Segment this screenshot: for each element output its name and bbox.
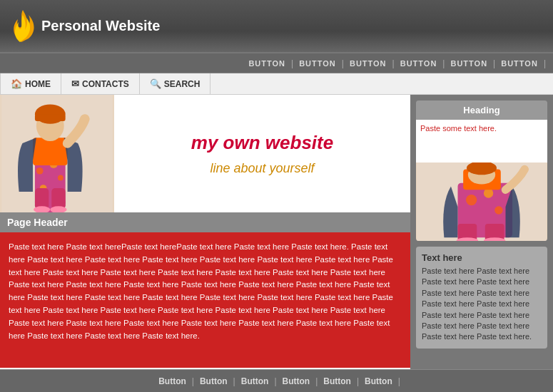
top-nav-btn-4[interactable]: BUTTON bbox=[395, 59, 443, 68]
top-nav-btn-3[interactable]: BUTTON bbox=[344, 59, 392, 68]
svg-point-5 bbox=[58, 175, 64, 181]
site-title: Personal Website bbox=[41, 18, 160, 34]
svg-rect-12 bbox=[51, 188, 65, 209]
search-icon: 🔍 bbox=[150, 78, 161, 89]
footer-btn-3[interactable]: Button bbox=[235, 376, 275, 386]
nav-home-label: HOME bbox=[25, 79, 51, 89]
svg-point-19 bbox=[494, 206, 502, 214]
sidebar-card-2: Text here Paste text here Paste text her… bbox=[416, 247, 547, 349]
svg-rect-7 bbox=[33, 138, 68, 165]
sidebar-card-1-heading: Heading bbox=[416, 100, 547, 120]
top-nav-sep-6: | bbox=[544, 58, 546, 68]
nav-search[interactable]: 🔍 SEARCH bbox=[140, 73, 211, 94]
footer-btn-5[interactable]: Button bbox=[318, 376, 357, 386]
sidebar-card-2-title: Text here bbox=[422, 252, 542, 263]
top-nav-btn-6[interactable]: BUTTON bbox=[495, 59, 544, 68]
nav-search-label: SEARCH bbox=[164, 79, 201, 89]
hero: my own website line about yourself bbox=[0, 95, 410, 212]
footer: Button | Button | Button | Button | Butt… bbox=[0, 369, 553, 392]
main-wrapper: my own website line about yourself Page … bbox=[0, 95, 553, 369]
top-nav-btn-5[interactable]: BUTTON bbox=[445, 59, 493, 68]
nav-home[interactable]: 🏠 HOME bbox=[0, 73, 61, 94]
top-nav-buttons: BUTTON | BUTTON | BUTTON | BUTTON | BUTT… bbox=[243, 58, 546, 68]
footer-btn-4[interactable]: Button bbox=[277, 376, 316, 386]
home-icon: 🏠 bbox=[11, 78, 22, 89]
hero-sub-text: line about yourself bbox=[210, 161, 314, 176]
top-nav-btn-1[interactable]: BUTTON bbox=[243, 59, 291, 68]
sidebar-card-1-image bbox=[416, 163, 547, 241]
svg-point-3 bbox=[36, 167, 44, 175]
second-nav: 🏠 HOME ✉ CONTACTS 🔍 SEARCH bbox=[0, 73, 553, 95]
svg-rect-11 bbox=[35, 188, 49, 209]
top-nav-btn-2[interactable]: BUTTON bbox=[293, 59, 342, 68]
sidebar-card-2-body: Paste text here Paste text here Paste te… bbox=[422, 266, 542, 343]
logo-area: Personal Website bbox=[7, 6, 160, 46]
hero-main-text: my own website bbox=[191, 132, 333, 154]
page-header-bar: Page Header bbox=[0, 212, 410, 232]
footer-sep-6: | bbox=[398, 376, 400, 386]
sidebar: Heading Paste some text here. bbox=[410, 95, 553, 369]
footer-btn-2[interactable]: Button bbox=[194, 376, 233, 386]
sidebar-card-1-body: Paste some text here. bbox=[416, 120, 547, 163]
top-nav: BUTTON | BUTTON | BUTTON | BUTTON | BUTT… bbox=[0, 53, 553, 73]
mail-icon: ✉ bbox=[71, 78, 79, 89]
nav-contacts[interactable]: ✉ CONTACTS bbox=[61, 73, 140, 94]
svg-rect-10 bbox=[35, 114, 66, 121]
header: Personal Website bbox=[0, 0, 553, 53]
content-area: my own website line about yourself Page … bbox=[0, 95, 410, 369]
footer-btn-6[interactable]: Button bbox=[359, 376, 398, 386]
sidebar-card-1: Heading Paste some text here. bbox=[416, 100, 547, 241]
body-content: Paste text here Paste text herePaste tex… bbox=[0, 232, 410, 368]
footer-btn-1[interactable]: Button bbox=[153, 376, 192, 386]
flame-icon bbox=[7, 6, 36, 46]
svg-point-17 bbox=[466, 195, 477, 205]
nav-contacts-label: CONTACTS bbox=[82, 79, 129, 89]
svg-point-18 bbox=[484, 188, 493, 197]
hero-person-svg bbox=[0, 95, 114, 212]
hero-image bbox=[0, 95, 114, 212]
sidebar-person-svg bbox=[416, 163, 547, 241]
hero-text: my own website line about yourself bbox=[114, 95, 410, 212]
